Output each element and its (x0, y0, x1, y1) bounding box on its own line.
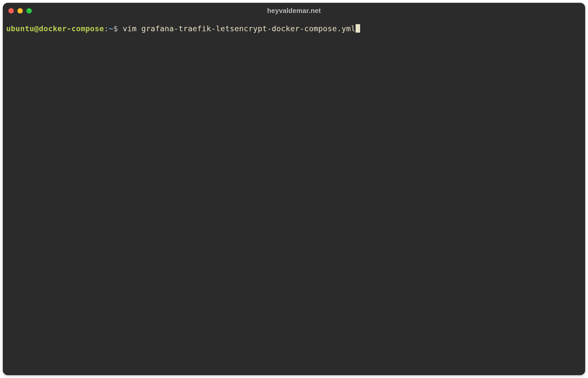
command-text: vim grafana-traefik-letsencrypt-docker-c… (123, 24, 356, 33)
terminal-body[interactable]: ubuntu@docker-compose:~$ vim grafana-tra… (3, 19, 585, 375)
prompt-line: ubuntu@docker-compose:~$ vim grafana-tra… (6, 24, 582, 33)
maximize-button[interactable] (26, 8, 32, 14)
cursor-block (356, 24, 360, 33)
window-title: heyvaldemar.net (267, 7, 321, 15)
terminal-window: heyvaldemar.net ubuntu@docker-compose:~$… (3, 3, 585, 375)
minimize-button[interactable] (17, 8, 23, 14)
prompt-separator: : (104, 24, 109, 33)
title-bar: heyvaldemar.net (3, 3, 585, 19)
prompt-symbol: $ (113, 24, 123, 33)
prompt-user-host: ubuntu@docker-compose (6, 24, 104, 33)
close-button[interactable] (8, 8, 14, 14)
traffic-lights (8, 8, 32, 14)
prompt-path: ~ (109, 24, 113, 33)
